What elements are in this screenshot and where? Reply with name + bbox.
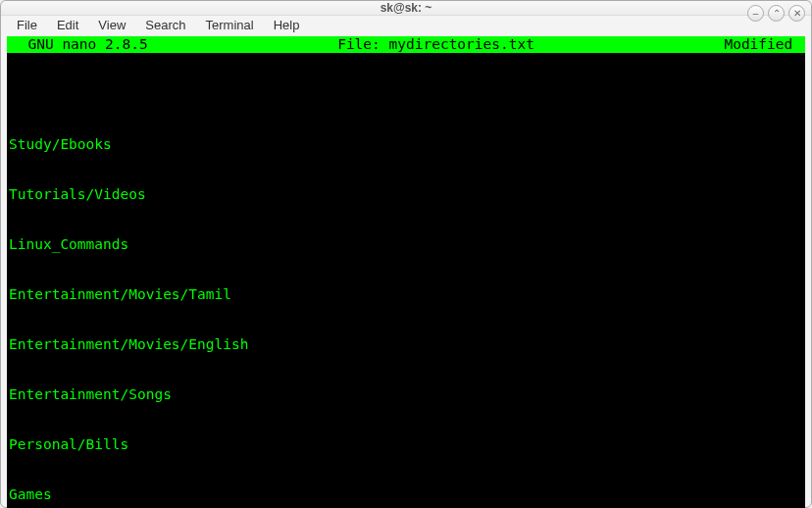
terminal-wrapper: GNU nano 2.8.5 File: mydirectories.txt M… [1,34,811,508]
menu-edit[interactable]: Edit [49,16,86,34]
blank-line [9,86,803,103]
menu-search[interactable]: Search [137,16,193,34]
file-line: Entertainment/Movies/English [9,336,803,353]
file-line: Personal/Bills [9,436,803,453]
nano-status: Modified [724,36,801,53]
file-line: Tutorials/Videos [9,186,803,203]
terminal[interactable]: GNU nano 2.8.5 File: mydirectories.txt M… [7,36,805,508]
window-titlebar: sk@sk: ~ – ⌃ ✕ [1,1,811,16]
nano-editor-body[interactable]: Study/Ebooks Tutorials/Videos Linux_Comm… [7,53,805,508]
nano-filename: File: mydirectories.txt [148,36,725,53]
minimize-button[interactable]: – [747,5,764,22]
file-line: Games [9,486,803,503]
menu-file[interactable]: File [9,16,45,34]
menu-terminal[interactable]: Terminal [198,16,262,34]
nano-version: GNU nano 2.8.5 [11,36,148,53]
file-line: Linux_Commands [9,236,803,253]
window-controls: – ⌃ ✕ [747,5,805,22]
menu-help[interactable]: Help [266,16,308,34]
menu-view[interactable]: View [90,16,133,34]
minimize-icon: – [753,9,759,19]
nano-header: GNU nano 2.8.5 File: mydirectories.txt M… [7,36,805,53]
file-line: Study/Ebooks [9,136,803,153]
window-title: sk@sk: ~ [381,1,432,15]
maximize-icon: ⌃ [773,9,781,19]
close-icon: ✕ [793,9,801,19]
close-button[interactable]: ✕ [788,5,805,22]
terminal-window: sk@sk: ~ – ⌃ ✕ File Edit View Search Ter… [0,0,812,508]
maximize-button[interactable]: ⌃ [768,5,785,22]
file-line: Entertainment/Songs [9,386,803,403]
menubar: File Edit View Search Terminal Help [1,16,811,34]
file-line: Entertainment/Movies/Tamil [9,286,803,303]
